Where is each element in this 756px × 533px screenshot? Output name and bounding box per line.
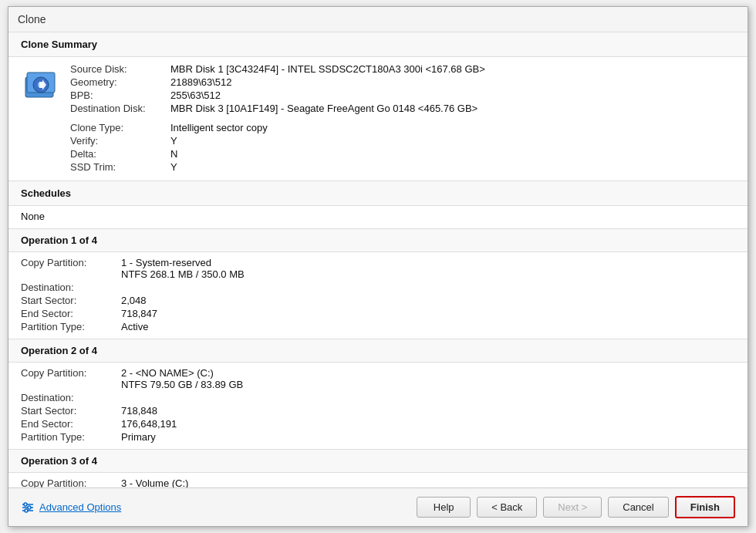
operation2-section: Operation 2 of 4 Copy Partition: 2 - <NO… — [8, 339, 748, 450]
scroll-area[interactable]: Clone Summary — [8, 32, 748, 487]
source-disk-value: MBR Disk 1 [3C4324F4] - INTEL SSDSC2CT18… — [170, 63, 735, 75]
op1-end-sector-label: End Sector: — [21, 308, 121, 319]
footer-buttons: Help < Back Next > Cancel Finish — [417, 496, 735, 518]
op2-end-sector-label: End Sector: — [21, 418, 121, 430]
advanced-options-label: Advanced Options — [39, 501, 121, 513]
source-disk-label: Source Disk: — [70, 63, 170, 75]
op3-copy-partition-value: 3 - Volume (C:) — [121, 477, 735, 487]
finish-button[interactable]: Finish — [675, 496, 735, 518]
operation1-header: Operation 1 of 4 — [8, 229, 748, 252]
schedule-value: None — [8, 206, 748, 228]
op2-destination-value — [121, 392, 735, 403]
op2-start-sector-label: Start Sector: — [21, 405, 121, 417]
op2-partition-type-label: Partition Type: — [21, 431, 121, 443]
clone-type-label: Clone Type: — [70, 122, 170, 133]
clone-window: Clone Clone Summary — [8, 6, 748, 527]
verify-label: Verify: — [70, 135, 170, 147]
op1-end-sector-value: 718,847 — [121, 308, 735, 319]
clone-disk-icon — [22, 66, 59, 103]
op1-start-sector-value: 2,048 — [121, 295, 735, 306]
title-bar: Clone — [8, 7, 748, 32]
op2-copy-partition-label: Copy Partition: — [21, 367, 121, 390]
ssd-trim-value: Y — [170, 161, 735, 173]
destination-disk-label: Destination Disk: — [70, 103, 170, 114]
schedules-header: Schedules — [8, 181, 748, 206]
op1-copy-partition-value: 1 - System-reserved NTFS 268.1 MB / 350.… — [121, 257, 735, 280]
footer: Advanced Options Help < Back Next > Canc… — [8, 487, 748, 526]
svg-point-10 — [25, 509, 28, 512]
op1-start-sector-label: Start Sector: — [21, 295, 121, 306]
back-button[interactable]: < Back — [477, 497, 537, 518]
op2-end-sector-value: 176,648,191 — [121, 418, 735, 430]
clone-extra-info: Clone Type: Intelligent sector copy Veri… — [70, 122, 735, 173]
main-content: Clone Summary — [8, 32, 748, 487]
op1-partition-type-value: Active — [121, 321, 735, 332]
verify-value: Y — [170, 135, 735, 147]
op2-destination-label: Destination: — [21, 392, 121, 403]
advanced-options-icon — [21, 501, 35, 514]
op3-copy-partition-label: Copy Partition: — [21, 477, 121, 487]
svg-point-9 — [28, 506, 31, 509]
bpb-value: 255\63\512 — [170, 89, 735, 101]
op2-partition-type-value: Primary — [121, 431, 735, 443]
geometry-label: Geometry: — [70, 76, 170, 88]
operation3-content: Copy Partition: 3 - Volume (C:) — [8, 473, 748, 487]
operation2-header: Operation 2 of 4 — [8, 339, 748, 363]
clone-type-value: Intelligent sector copy — [170, 122, 735, 133]
operation3-section: Operation 3 of 4 Copy Partition: 3 - Vol… — [8, 450, 748, 487]
clone-info: Source Disk: MBR Disk 1 [3C4324F4] - INT… — [70, 63, 735, 173]
clone-summary-section: Clone Summary — [8, 32, 748, 181]
delta-label: Delta: — [70, 148, 170, 160]
op2-start-sector-value: 718,848 — [121, 405, 735, 417]
op1-destination-label: Destination: — [21, 282, 121, 293]
destination-disk-value: MBR Disk 3 [10A1F149] - Seagate FreeAgen… — [170, 103, 735, 114]
help-button[interactable]: Help — [417, 497, 471, 518]
bpb-label: BPB: — [70, 89, 170, 101]
delta-value: N — [170, 148, 735, 160]
op1-partition-type-label: Partition Type: — [21, 321, 121, 332]
geometry-value: 21889\63\512 — [170, 76, 735, 88]
clone-summary-header: Clone Summary — [8, 32, 748, 57]
ssd-trim-label: SSD Trim: — [70, 161, 170, 173]
window-title: Clone — [18, 13, 46, 25]
advanced-options-link[interactable]: Advanced Options — [21, 501, 121, 514]
operation2-content: Copy Partition: 2 - <NO NAME> (C:) NTFS … — [8, 363, 748, 449]
next-button[interactable]: Next > — [543, 497, 602, 518]
cancel-button[interactable]: Cancel — [608, 497, 668, 518]
operation1-content: Copy Partition: 1 - System-reserved NTFS… — [8, 252, 748, 339]
disk-icon-container — [21, 65, 61, 105]
source-info-table: Source Disk: MBR Disk 1 [3C4324F4] - INT… — [70, 63, 735, 114]
schedules-section: Schedules None — [8, 181, 748, 229]
operation1-section: Operation 1 of 4 Copy Partition: 1 - Sys… — [8, 229, 748, 339]
operation3-header: Operation 3 of 4 — [8, 450, 748, 473]
clone-details: Source Disk: MBR Disk 1 [3C4324F4] - INT… — [8, 57, 748, 180]
content-area: Clone Summary — [8, 32, 748, 487]
op2-copy-partition-value: 2 - <NO NAME> (C:) NTFS 79.50 GB / 83.89… — [121, 367, 735, 390]
svg-point-8 — [24, 503, 27, 506]
op1-destination-value — [121, 282, 735, 293]
op1-copy-partition-label: Copy Partition: — [21, 257, 121, 280]
